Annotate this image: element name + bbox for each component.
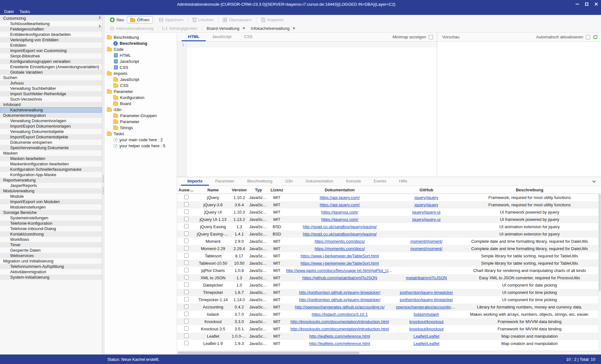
internationalization-button[interactable]: Internationalisierung [107,25,156,32]
table-row[interactable]: Tablesort 8.17 JavaScript MIT https://ww… [177,252,601,260]
row-checkbox[interactable] [184,253,189,258]
sidebar-item[interactable]: Verknüpfung von Entitäten [0,37,102,43]
tree-node[interactable]: Konfiguration [104,95,177,101]
menu-item[interactable]: Datei [1,8,17,15]
sidebar-item[interactable]: Suchen [0,75,102,80]
github-link[interactable]: Leaflet/Leaflet [413,334,439,339]
sidebar-item[interactable]: Feldeigenschaften [0,26,102,32]
documentation-link[interactable]: http://gsgd.co.uk/sandbox/jquery/easing/ [303,224,377,229]
documentation-link[interactable]: http://gsgd.co.uk/sandbox/jquery/easing/ [303,232,377,236]
documentation-link[interactable]: https://lodash.com/docs/3.10.1 [312,312,368,317]
delete-button[interactable]: Löschen [190,17,217,23]
row-checkbox[interactable] [184,341,189,345]
sidebar-item[interactable]: Masken bearbeiten [0,156,102,161]
tree-node[interactable]: Code [104,46,177,52]
tree-node[interactable]: CSS [104,64,177,70]
sidebar-item[interactable]: Customizing [0,16,102,21]
bottom-panel-tab[interactable]: Parameter [209,177,241,186]
row-checkbox[interactable] [184,246,189,250]
row-checkbox[interactable] [184,224,189,228]
sidebar-item[interactable]: Dokumentenintegration [0,113,102,118]
tree-node[interactable]: your helper code here : 5 [104,143,177,149]
sidebar-item[interactable]: Maskenkonfiguration bearbeiten [0,161,102,167]
documentation-link[interactable]: https://api.jquery.com/ [320,195,360,200]
documentation-link[interactable]: https://api.jquery.com/ [320,202,360,207]
documentation-link[interactable]: http://leafletjs.com/reference.html [309,334,370,339]
minimize-button[interactable] [572,0,582,8]
scrollbar-thumb[interactable] [599,194,601,291]
row-checkbox[interactable] [184,195,189,199]
documentation-link[interactable]: http://jonthornton.github.io/jquery-time… [299,290,381,295]
table-row[interactable]: Leaflet 1.0.0-rc1 JavaScript MIT http://… [177,333,601,340]
documentation-link[interactable]: https://jqueryui.com/ [321,210,358,215]
minimap-checkbox[interactable] [429,35,433,39]
sidebar-item[interactable]: Webservices [0,253,102,258]
auto-refresh-checkbox[interactable] [586,35,590,39]
collapse-panel-button[interactable] [593,177,601,186]
save-button[interactable]: Speichern [156,17,187,23]
table-row[interactable]: jQuery UI-1.13 1.13.2 JavaScript MIT htt… [177,216,601,223]
github-link[interactable]: jonthornton/jquery-timepicker [400,290,453,295]
row-checkbox[interactable] [184,326,189,331]
sidebar-item[interactable]: Import Suchfelder-Reihenfolge [0,91,102,96]
row-checkbox[interactable] [184,282,189,287]
row-checkbox[interactable] [184,209,189,214]
sidebar-item[interactable]: Kachelverwaltung [0,107,102,113]
tree-node[interactable]: Beschreibung [104,40,177,46]
sidebar-item[interactable]: Verwaltung Dokumentvorlagen [0,118,102,123]
sidebar-item[interactable]: Import/Export von Customizing [0,48,102,53]
bottom-panel-tab[interactable]: Hilfe [393,177,414,186]
sidebar-item[interactable]: Import/Export von Modulen [0,199,102,204]
tree-node[interactable]: HTML [104,52,177,58]
sidebar-item[interactable]: Timer [0,242,102,248]
sidebar-item[interactable]: Telefonie-Inbound-Dialog [0,226,102,231]
sidebar-item[interactable]: Konfigurationsgruppen verwalten [0,59,102,64]
sidebar-item[interactable]: Reportverwaltung [0,177,102,183]
github-link[interactable]: jquery/jquery-ui [412,210,441,215]
editor-tab[interactable]: JavaScript [206,33,238,41]
documentation-link[interactable]: http://knockoutjs.com/documentation/intr… [290,327,389,331]
bottom-panel-tab[interactable]: i18n [279,177,299,186]
table-row[interactable]: Moment 2.9.0 JavaScript MIT https://mome… [177,238,601,245]
sidebar-item[interactable]: Konfiguration App-Maske [0,172,102,177]
github-link[interactable]: metatribal/xmlToJSON [406,275,447,280]
documentation-link[interactable]: http://jonthornton.github.io/jquery-time… [299,297,381,302]
menu-item[interactable]: Tasks [17,8,33,15]
sidebar-item[interactable]: Speicherverwaltung Dokumente [0,145,102,150]
github-link[interactable]: lodash/lodash [414,312,439,317]
new-button[interactable]: Neu [107,17,127,23]
documentation-link[interactable]: https://github.com/metatribal/xmlToJSON [302,275,377,280]
sidebar-item[interactable]: Such-Verzeichnis [0,96,102,102]
row-checkbox[interactable] [184,202,189,207]
github-link[interactable]: openexchangerates/accounting.js [396,305,457,309]
table-row[interactable]: jQuery UI 1.10.3 JavaScript MIT https://… [177,208,601,216]
table-row[interactable]: Accounting 0.4.2 JavaScript MIT http://o… [177,303,601,311]
row-checkbox[interactable] [184,290,189,294]
editor-tab[interactable]: HTML [182,33,206,41]
row-checkbox[interactable] [184,231,189,236]
copy-button[interactable]: Kopieren [258,17,287,23]
close-button[interactable] [591,0,601,8]
documentation-link[interactable]: https://momentjs.com/docs/ [315,246,365,251]
row-checkbox[interactable] [184,312,189,316]
table-row[interactable]: Timepicker-1.14 1.14.0 JavaScript MIT ht… [177,296,601,303]
sidebar-item[interactable]: Erweiterte Einstellungen (Anwendungsvari… [0,64,102,69]
github-link[interactable]: jquery/jquery-ui [412,217,441,222]
tree-node[interactable]: CSS [104,83,177,89]
table-row[interactable]: jQuery-3.6 3.6.4 JavaScript MIT https://… [177,201,601,208]
documentation-link[interactable]: https://www.j-berkemeier.de/TableSort.ht… [301,261,379,266]
sidebar-item[interactable]: Import/Export Dokumentobjekte [0,134,102,140]
tree-node[interactable]: Board [104,101,177,107]
override-button[interactable]: Übersteuern [220,17,255,23]
tree-node[interactable]: Parameter-Gruppen [104,113,177,119]
sidebar-item[interactable]: Systemeinstellungen [0,215,102,221]
row-checkbox[interactable] [184,217,189,221]
documentation-link[interactable]: http://www.jqplot.com/docs/files/usage-t… [286,268,395,273]
row-checkbox[interactable] [184,268,189,272]
documentation-link[interactable]: http://leafletjs.com/reference.html [309,341,370,346]
sidebar-item[interactable]: Konfiguration Schnellerfassungsmaske [0,167,102,172]
editor-tab[interactable]: CSS [238,33,259,41]
tree-node[interactable]: Parameter [104,89,177,95]
row-checkbox[interactable] [184,261,189,265]
sidebar-item[interactable]: Schlüsselbearbeitung [0,21,102,26]
